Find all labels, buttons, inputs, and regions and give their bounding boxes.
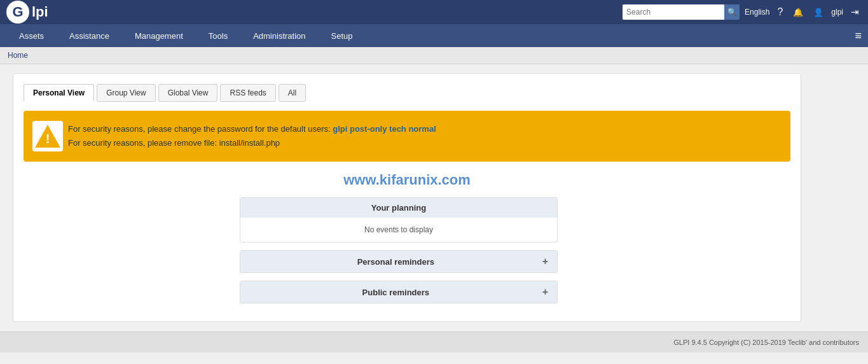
search-input[interactable] <box>623 4 724 20</box>
main-content: Personal View Group View Global View RSS… <box>0 64 868 332</box>
tab-personal-view[interactable]: Personal View <box>24 84 94 102</box>
help-icon[interactable]: ? <box>775 5 785 19</box>
warning-icon-wrap: ! <box>32 121 63 151</box>
personal-reminders-header: Personal reminders + <box>240 251 557 272</box>
nav-management[interactable]: Management <box>122 24 196 47</box>
tab-global-view[interactable]: Global View <box>158 84 218 102</box>
warning-user-links[interactable]: glpi post-only tech normal <box>333 124 436 134</box>
hamburger-icon[interactable]: ≡ <box>855 29 862 43</box>
breadcrumb-home[interactable]: Home <box>8 51 28 60</box>
tabs-row: Personal View Group View Global View RSS… <box>24 84 790 102</box>
notifications-icon[interactable]: 🔔 <box>790 6 806 18</box>
public-reminders-box: Public reminders + <box>240 281 558 304</box>
watermark-text: www.kifarunix.com <box>24 172 790 188</box>
footer-copyright: GLPI 9.4.5 Copyright (C) 2015-2019 Tecli… <box>673 339 859 346</box>
warning-text-block: For security reasons, please change the … <box>68 122 436 150</box>
tab-rss-feeds[interactable]: RSS feeds <box>220 84 275 102</box>
nav-bar: Assets Assistance Management Tools Admin… <box>0 24 868 47</box>
nav-setup[interactable]: Setup <box>319 24 366 47</box>
logo-area[interactable]: G lpi <box>6 1 48 24</box>
public-reminders-title: Public reminders <box>249 288 542 297</box>
tab-all[interactable]: All <box>279 84 306 102</box>
your-planning-box: Your planning No events to display <box>240 197 558 242</box>
warning-exclamation: ! <box>46 132 50 146</box>
planning-section: Your planning No events to display Perso… <box>240 197 558 304</box>
search-box: 🔍 <box>623 4 740 20</box>
user-menu-icon[interactable]: 👤 <box>811 6 826 18</box>
no-events-label: No events to display <box>364 225 433 234</box>
search-button[interactable]: 🔍 <box>724 4 740 20</box>
public-reminders-add-button[interactable]: + <box>542 286 548 298</box>
security-warning-banner: ! For security reasons, please change th… <box>24 111 790 162</box>
nav-assistance[interactable]: Assistance <box>57 24 122 47</box>
nav-administration[interactable]: Administration <box>240 24 318 47</box>
username-label[interactable]: glpi <box>831 8 843 17</box>
your-planning-title: Your planning <box>249 203 548 213</box>
top-bar: G lpi 🔍 English ? 🔔 👤 glpi ⇥ <box>0 0 868 24</box>
warning-line1-prefix: For security reasons, please change the … <box>68 124 331 134</box>
language-selector[interactable]: English <box>745 8 769 17</box>
nav-tools[interactable]: Tools <box>196 24 240 47</box>
top-right-area: 🔍 English ? 🔔 👤 glpi ⇥ <box>623 4 862 20</box>
tab-group-view[interactable]: Group View <box>97 84 155 102</box>
footer: GLPI 9.4.5 Copyright (C) 2015-2019 Tecli… <box>0 332 868 353</box>
logo-g-letter: G <box>12 4 23 20</box>
personal-reminders-add-button[interactable]: + <box>542 256 548 267</box>
warning-line1: For security reasons, please change the … <box>68 122 436 136</box>
logo-circle: G <box>6 1 29 24</box>
logout-icon[interactable]: ⇥ <box>848 5 862 19</box>
content-box: Personal View Group View Global View RSS… <box>13 73 801 322</box>
breadcrumb-bar: Home <box>0 47 868 64</box>
personal-reminders-title: Personal reminders <box>249 257 542 267</box>
your-planning-body: No events to display <box>240 218 557 242</box>
nav-assets[interactable]: Assets <box>6 24 57 47</box>
warning-line2: For security reasons, please remove file… <box>68 136 436 150</box>
personal-reminders-box: Personal reminders + <box>240 250 558 273</box>
your-planning-header: Your planning <box>240 198 557 218</box>
logo-lpi: lpi <box>32 4 48 20</box>
public-reminders-header: Public reminders + <box>240 281 557 303</box>
